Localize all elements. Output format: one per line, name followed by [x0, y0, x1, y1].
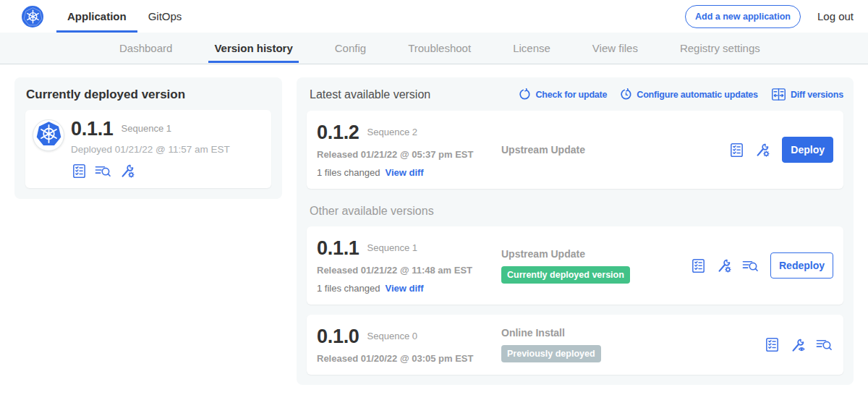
action-label: Check for update [535, 90, 607, 100]
version-row-0.1.1: 0.1.1 Sequence 1 Released 01/21/22 @ 11:… [307, 226, 843, 305]
version-history-panel: Latest available version Check for updat… [297, 77, 854, 385]
version-row-0.1.0: 0.1.0 Sequence 0 Released 01/20/22 @ 03:… [307, 315, 843, 375]
deployed-version-number: 0.1.1 [71, 118, 114, 140]
released-timestamp: Released 01/21/22 @ 05:37 pm EST [317, 149, 501, 160]
version-sequence: Sequence 2 [367, 127, 417, 137]
version-actions: Deploy [728, 137, 833, 163]
tab-application-label: Application [67, 10, 127, 22]
release-notes-icon[interactable] [764, 336, 780, 353]
tab-gitops-label: GitOps [148, 10, 182, 22]
config-view-icon[interactable] [789, 336, 807, 354]
version-number: 0.1.0 [317, 326, 359, 347]
view-diff-link[interactable]: View diff [385, 283, 423, 294]
version-number: 0.1.1 [317, 237, 359, 259]
diff-icon[interactable] [815, 336, 833, 353]
latest-available-title: Latest available version [310, 88, 430, 101]
currently-deployed-title: Currently deployed version [26, 88, 271, 102]
files-changed-label: 1 files changed [317, 283, 380, 294]
main-content: Currently deployed version 0.1.1 Sequenc… [0, 64, 868, 398]
deploy-button[interactable]: Deploy [782, 137, 833, 163]
config-edit-icon[interactable] [119, 162, 136, 179]
redeploy-button[interactable]: Redeploy [770, 252, 833, 279]
diff-columns-icon [771, 88, 786, 101]
subnav-tab-troubleshoot[interactable]: Troubleshoot [387, 33, 492, 64]
release-notes-icon[interactable] [71, 163, 88, 179]
files-changed-row: 1 files changed View diff [317, 283, 501, 294]
deployed-timestamp: Deployed 01/21/22 @ 11:57 am EST [71, 144, 230, 155]
subnav-tab-config[interactable]: Config [314, 33, 387, 64]
version-source-label: Online Install [501, 327, 764, 339]
action-label: Diff versions [791, 90, 843, 100]
version-actions [764, 336, 833, 354]
version-sequence: Sequence 1 [367, 242, 417, 253]
subnav-tab-version-history[interactable]: Version history [193, 33, 313, 64]
add-new-application-button[interactable]: Add a new application [685, 5, 801, 28]
config-edit-icon[interactable] [754, 141, 771, 158]
release-notes-icon[interactable] [690, 258, 707, 274]
kubernetes-logo-icon [22, 6, 43, 27]
top-nav: Application GitOps Add a new application… [0, 0, 868, 33]
view-diff-link[interactable]: View diff [385, 167, 423, 178]
subnav-tab-license[interactable]: License [492, 33, 571, 64]
refresh-icon [519, 88, 531, 101]
version-number: 0.1.2 [317, 122, 359, 143]
subnav-tab-dashboard[interactable]: Dashboard [98, 33, 193, 64]
currently-deployed-card: 0.1.1 Sequence 1 Deployed 01/21/22 @ 11:… [25, 110, 271, 188]
diff-versions-link[interactable]: Diff versions [771, 88, 843, 101]
subnav-tab-view-files[interactable]: View files [571, 33, 659, 64]
files-changed-row: 1 files changed View diff [317, 167, 501, 178]
action-label: Configure automatic updates [637, 90, 758, 100]
version-source-label: Upstream Update [501, 248, 690, 260]
diff-icon[interactable] [741, 258, 760, 274]
released-timestamp: Released 01/21/22 @ 11:48 am EST [317, 265, 501, 276]
config-edit-icon[interactable] [715, 257, 733, 274]
diff-icon[interactable] [94, 163, 112, 179]
version-row-0.1.2: 0.1.2 Sequence 2 Released 01/21/22 @ 05:… [307, 111, 843, 189]
version-actions: Redeploy [690, 252, 833, 279]
status-badge: Previously deployed [501, 345, 601, 362]
version-sequence: Sequence 0 [367, 331, 417, 341]
tab-application[interactable]: Application [56, 0, 137, 33]
schedule-icon [620, 88, 632, 101]
currently-deployed-panel: Currently deployed version 0.1.1 Sequenc… [14, 77, 282, 199]
deployed-sequence: Sequence 1 [122, 123, 171, 134]
released-timestamp: Released 01/20/22 @ 03:05 pm EST [317, 353, 501, 364]
app-logo-icon [33, 119, 64, 151]
version-source-label: Upstream Update [501, 144, 728, 156]
other-available-title: Other available versions [310, 205, 843, 218]
subnav-tab-registry-settings[interactable]: Registry settings [659, 33, 781, 64]
check-for-update-link[interactable]: Check for update [519, 88, 607, 101]
release-notes-icon[interactable] [728, 142, 745, 158]
files-changed-label: 1 files changed [317, 167, 380, 178]
logout-button[interactable]: Log out [817, 10, 854, 22]
tab-gitops[interactable]: GitOps [137, 0, 193, 33]
status-badge: Currently deployed version [501, 266, 630, 284]
app-subnav: DashboardVersion historyConfigTroublesho… [0, 33, 868, 64]
configure-automatic-updates-link[interactable]: Configure automatic updates [620, 88, 758, 101]
